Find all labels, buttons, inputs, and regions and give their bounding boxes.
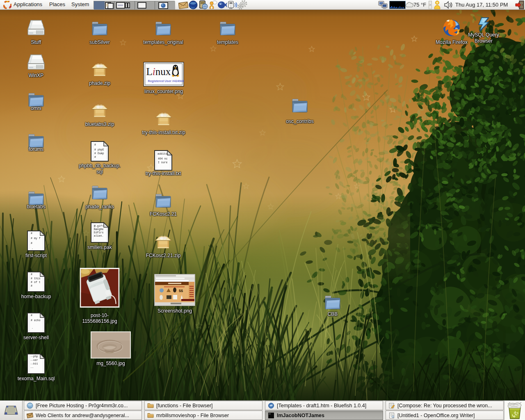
svg-text:#: #	[94, 156, 96, 159]
svg-text:Edfirs: Edfirs	[94, 231, 104, 234]
svg-text:#: #	[31, 314, 32, 317]
svg-text:#: #	[94, 152, 96, 155]
svg-text:#: #	[31, 277, 32, 280]
svg-text:#: #	[94, 144, 96, 146]
svg-text:#: #	[31, 237, 32, 240]
svg-text:#: #	[31, 319, 32, 322]
svg-text:@.gif=: @.gif=	[94, 225, 104, 228]
svg-text:#: #	[31, 242, 32, 245]
svg-text:phpE: phpE	[98, 148, 104, 151]
svg-text:Dump: Dump	[98, 152, 104, 155]
svg-text:alien.: alien.	[94, 235, 103, 237]
svg-text:#: #	[31, 281, 32, 284]
svg-text:$$: $$	[179, 289, 183, 293]
svg-text:addito: addito	[158, 153, 167, 155]
svg-text:--: --	[30, 366, 34, 369]
svg-text:php: php	[33, 355, 38, 358]
svg-text:my f: my f	[34, 237, 41, 240]
svg-text:Registered User #424948: Registered User #424948	[148, 79, 184, 83]
svg-text:this: this	[34, 277, 41, 280]
svg-text:404 nc: 404 nc	[158, 158, 168, 160]
svg-text:htt: htt	[33, 363, 38, 365]
svg-text:.: .	[32, 326, 33, 329]
svg-text:ver: ver	[33, 359, 38, 362]
svg-text:Linux: Linux	[146, 66, 171, 77]
svg-text:#: #	[31, 285, 32, 288]
svg-text:echo: echo	[34, 319, 41, 322]
svg-text:#: #	[94, 148, 96, 151]
svg-text:#: #	[31, 232, 32, 235]
svg-text:BangHe: BangHe	[94, 228, 104, 231]
svg-text:#: #	[31, 273, 32, 276]
svg-text:.: .	[32, 247, 33, 250]
svg-text:I sure: I sure	[158, 161, 168, 164]
svg-text:of t: of t	[34, 281, 41, 284]
